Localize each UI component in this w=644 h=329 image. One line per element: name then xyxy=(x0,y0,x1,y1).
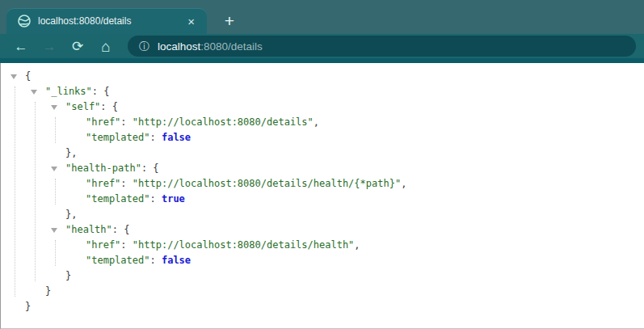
json-token-key: "href" xyxy=(86,239,120,251)
url-text: localhost:8080/details xyxy=(158,40,263,53)
collapse-toggle-icon[interactable] xyxy=(51,167,57,171)
indent-guide xyxy=(35,102,36,281)
json-line: { xyxy=(1,69,644,84)
browser-tab[interactable]: localhost:8080/details × xyxy=(6,8,207,34)
json-token-key: "templated" xyxy=(86,193,149,205)
json-line: "health-path": { xyxy=(1,161,644,176)
back-icon[interactable]: ← xyxy=(11,40,31,53)
url-host: localhost xyxy=(158,40,200,53)
collapse-toggle-icon[interactable] xyxy=(51,105,57,110)
reload-icon[interactable]: ⟳ xyxy=(68,40,87,53)
indent-guide xyxy=(55,179,56,205)
json-token-punct: : { xyxy=(112,224,130,235)
browser-window: localhost:8080/details × + ← → ⟳ ⌂ ⓘ loc… xyxy=(0,0,644,329)
json-token-kw: false xyxy=(162,132,191,143)
json-token-key: "health-path" xyxy=(65,162,141,174)
json-token-str: "http://localhost:8080/details/health/{*… xyxy=(133,178,401,189)
json-token-punct: : { xyxy=(92,86,110,97)
json-token-punct: : { xyxy=(141,162,159,174)
json-token-punct: { xyxy=(25,70,31,82)
forward-icon[interactable]: → xyxy=(40,40,59,53)
json-token-key: "templated" xyxy=(86,255,149,266)
json-token-key: "href" xyxy=(86,116,120,128)
json-token-punct: : xyxy=(149,255,161,266)
json-token-punct: }, xyxy=(65,147,77,158)
json-line: }, xyxy=(1,146,644,161)
page-info-icon[interactable]: ⓘ xyxy=(139,41,149,52)
json-token-punct: , xyxy=(354,239,360,251)
json-token-punct: : xyxy=(120,178,132,189)
url-path: :8080/details xyxy=(200,40,263,53)
json-line: "href": "http://localhost:8080/details/h… xyxy=(1,238,644,253)
tab-strip: localhost:8080/details × + xyxy=(0,0,644,34)
json-token-kw: false xyxy=(162,255,191,266)
tab-title: localhost:8080/details xyxy=(38,15,183,27)
new-tab-button[interactable]: + xyxy=(218,10,241,32)
indent-guide xyxy=(55,117,56,143)
indent-guide xyxy=(55,240,56,266)
json-line: } xyxy=(1,268,644,284)
json-token-punct: : xyxy=(149,132,161,143)
json-token-punct: : xyxy=(149,193,161,205)
json-line: "health": { xyxy=(1,222,644,238)
json-token-punct: }, xyxy=(65,209,77,220)
json-token-punct: } xyxy=(65,270,71,281)
json-line: "_links": { xyxy=(1,84,644,99)
json-token-punct: : xyxy=(120,239,132,251)
json-token-str: "http://localhost:8080/details" xyxy=(133,116,314,128)
json-line: "templated": true xyxy=(1,192,644,207)
address-bar[interactable]: ⓘ localhost:8080/details xyxy=(128,36,636,57)
globe-icon xyxy=(18,15,31,27)
json-line: "templated": false xyxy=(1,130,644,146)
json-token-key: "self" xyxy=(65,101,100,112)
indent-guide xyxy=(15,86,15,297)
json-line: } xyxy=(1,299,644,314)
home-icon[interactable]: ⌂ xyxy=(96,39,116,54)
json-line: "templated": false xyxy=(1,253,644,268)
json-token-key: "health" xyxy=(65,224,112,235)
collapse-toggle-icon[interactable] xyxy=(51,228,57,233)
collapse-toggle-icon[interactable] xyxy=(31,90,37,95)
json-token-punct: : xyxy=(120,116,132,128)
json-token-key: "href" xyxy=(86,178,120,189)
json-token-punct: , xyxy=(401,178,406,189)
json-line: }, xyxy=(1,207,644,222)
collapse-toggle-icon[interactable] xyxy=(11,74,17,79)
json-token-kw: true xyxy=(162,193,185,205)
json-line: "self": { xyxy=(1,99,644,115)
json-line: } xyxy=(1,284,644,299)
json-token-str: "http://localhost:8080/details/health" xyxy=(133,239,355,251)
json-token-punct: , xyxy=(314,116,319,128)
json-tree: {"_links": {"self": {"href": "http://loc… xyxy=(0,63,644,329)
json-token-punct: : { xyxy=(100,101,118,112)
json-token-punct: } xyxy=(25,301,31,312)
json-token-punct: } xyxy=(45,285,51,297)
json-token-key: "templated" xyxy=(86,132,149,143)
json-line: "href": "http://localhost:8080/details/h… xyxy=(1,176,644,192)
browser-toolbar: ← → ⟳ ⌂ ⓘ localhost:8080/details xyxy=(0,34,644,58)
json-token-key: "_links" xyxy=(45,86,92,97)
json-line: "href": "http://localhost:8080/details", xyxy=(1,115,644,130)
close-tab-icon[interactable]: × xyxy=(183,14,199,29)
